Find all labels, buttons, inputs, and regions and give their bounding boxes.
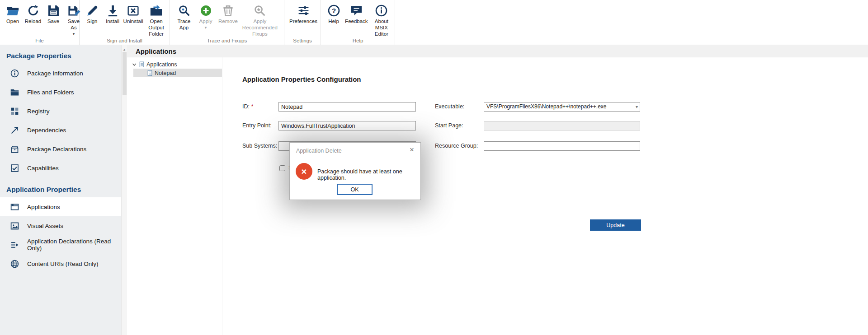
sidebar-item-label: Dependencies (27, 127, 66, 134)
preferences-button[interactable]: Preferences (288, 3, 319, 25)
resource-group-input[interactable] (484, 141, 640, 151)
resource-group-label: Resource Group: (435, 141, 478, 151)
app-declarations-icon (10, 240, 19, 250)
page-title: Applications (136, 47, 176, 55)
open-output-folder-button[interactable]: Open Output Folder (145, 3, 168, 37)
remove-button[interactable]: Remove (217, 3, 239, 25)
dialog-title: Application Delete (296, 148, 342, 154)
install-button-label: Install (106, 19, 119, 25)
ribbon-group-sign-install: Sign Install Uninstall Open Output Folde… (80, 0, 170, 45)
reload-icon (27, 4, 40, 17)
dialog-message: Package should have at least one applica… (317, 168, 420, 181)
folder-icon (10, 88, 19, 97)
tree-node-label: Applications (146, 61, 177, 68)
trace-app-button[interactable]: Trace App (174, 3, 194, 31)
executable-combobox-value: VFS\ProgramFilesX86\Notepad++\notepad++.… (486, 103, 607, 110)
recommended-fixups-icon (253, 4, 266, 17)
tree-node-label: Notepad (155, 70, 176, 76)
uninstall-button[interactable]: Uninstall (124, 3, 142, 25)
chevron-down-icon (132, 62, 137, 67)
ribbon-group-label-file: File (0, 38, 79, 43)
sidebar-item-visual-assets[interactable]: Visual Assets (0, 216, 121, 235)
sidebar-item-label: Capabilities (27, 165, 59, 172)
apply-button[interactable]: Apply (197, 3, 215, 30)
sidebar-item-package-information[interactable]: Package Information (0, 64, 121, 83)
applications-tree: Applications Notepad (127, 57, 222, 335)
sidebar-heading-package-properties: Package Properties (0, 45, 121, 64)
feedback-button[interactable]: Feedback (345, 3, 368, 25)
chevron-down-icon (73, 31, 75, 37)
ok-button[interactable]: OK (337, 184, 373, 195)
install-button[interactable]: Install (104, 3, 122, 25)
info-icon (10, 69, 19, 78)
executable-combobox[interactable]: VFS\ProgramFilesX86\Notepad++\notepad++.… (484, 102, 640, 112)
sidebar-item-applications[interactable]: Applications (0, 197, 121, 216)
sidebar-item-label: Files and Folders (27, 89, 74, 96)
sidebar-item-files-and-folders[interactable]: Files and Folders (0, 83, 121, 102)
about-msix-editor-label: About MSIX Editor (372, 19, 392, 37)
sign-button[interactable]: Sign (83, 3, 101, 25)
ribbon-group-file: Open Reload Save Save As File (0, 0, 80, 45)
id-input[interactable] (278, 102, 416, 112)
document-icon (147, 70, 153, 76)
close-icon[interactable]: × (407, 144, 416, 155)
sidebar-item-capabilities[interactable]: Capabilities (0, 158, 121, 177)
document-icon (139, 61, 145, 68)
content-header: Applications (127, 45, 868, 57)
sidebar-item-package-declarations[interactable]: Package Declarations (0, 140, 121, 158)
help-icon: ? (327, 4, 340, 17)
remove-trash-icon (222, 4, 235, 17)
sub-option-checkbox[interactable] (279, 165, 285, 171)
entry-point-input[interactable] (278, 121, 416, 130)
chevron-down-icon (205, 25, 207, 30)
update-button[interactable]: Update (590, 219, 641, 231)
help-button[interactable]: ? Help (325, 3, 343, 25)
registry-icon (10, 107, 19, 116)
sidebar-item-label: Application Declarations (Read Only) (27, 238, 121, 251)
sidebar-item-label: Registry (27, 108, 50, 115)
sidebar-scrollbar[interactable] (121, 45, 127, 335)
trace-app-icon (178, 4, 191, 17)
reload-button[interactable]: Reload (24, 3, 42, 25)
applications-icon (10, 202, 19, 212)
required-mark: * (251, 103, 253, 110)
tree-node-notepad[interactable]: Notepad (133, 69, 222, 77)
preferences-button-label: Preferences (289, 19, 317, 25)
sidebar-item-application-declarations[interactable]: Application Declarations (Read Only) (0, 235, 121, 254)
globe-icon (10, 259, 19, 269)
content-area: Applications Applications Notepad Applic… (127, 45, 868, 335)
about-msix-editor-button[interactable]: About MSIX Editor (370, 3, 393, 37)
sidebar: Package Properties Package Information F… (0, 45, 121, 335)
trace-app-button-label: Trace App (175, 19, 193, 31)
start-page-input (484, 121, 640, 130)
sidebar-item-dependencies[interactable]: Dependencies (0, 121, 121, 140)
sidebar-item-label: Visual Assets (27, 223, 63, 229)
apply-recommended-fixups-label: Apply Recommended Fixups (242, 19, 278, 37)
entry-point-label: Entry Point: (242, 121, 272, 130)
visual-assets-icon (10, 221, 19, 231)
ribbon-group-settings: Preferences Settings (284, 0, 321, 45)
preferences-icon (297, 4, 310, 17)
capabilities-icon (10, 163, 19, 173)
scroll-up-arrow-icon[interactable] (122, 45, 127, 51)
tree-node-applications[interactable]: Applications (127, 60, 222, 69)
save-button[interactable]: Save (44, 3, 62, 25)
sidebar-heading-application-properties: Application Properties (0, 177, 121, 197)
sidebar-item-content-uris[interactable]: Content URIs (Read Only) (0, 254, 121, 273)
ribbon: Open Reload Save Save As File (0, 0, 868, 45)
reload-button-label: Reload (25, 19, 41, 25)
open-button[interactable]: Open (4, 3, 22, 25)
msix-editor-window: Open Reload Save Save As File (0, 0, 868, 335)
feedback-button-label: Feedback (345, 19, 368, 25)
install-icon (106, 4, 119, 17)
uninstall-button-label: Uninstall (123, 19, 143, 25)
scrollbar-thumb[interactable] (123, 52, 127, 95)
apply-recommended-fixups-button[interactable]: Apply Recommended Fixups (241, 3, 278, 37)
sidebar-item-registry[interactable]: Registry (0, 102, 121, 121)
ribbon-group-label-sign-install: Sign and Install (80, 38, 170, 43)
ribbon-group-help: ? Help Feedback About MSIX Editor Help (321, 0, 395, 45)
help-button-label: Help (328, 19, 339, 25)
open-output-folder-icon (150, 4, 163, 17)
svg-text:?: ? (331, 7, 335, 14)
package-icon (10, 144, 19, 154)
